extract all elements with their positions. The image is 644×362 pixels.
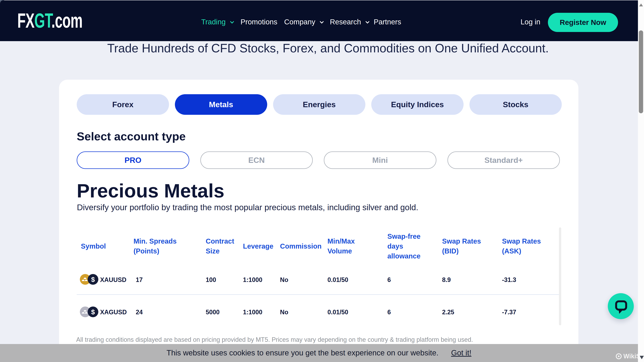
svg-text:$: $	[91, 276, 95, 283]
svg-text:$: $	[91, 308, 95, 316]
